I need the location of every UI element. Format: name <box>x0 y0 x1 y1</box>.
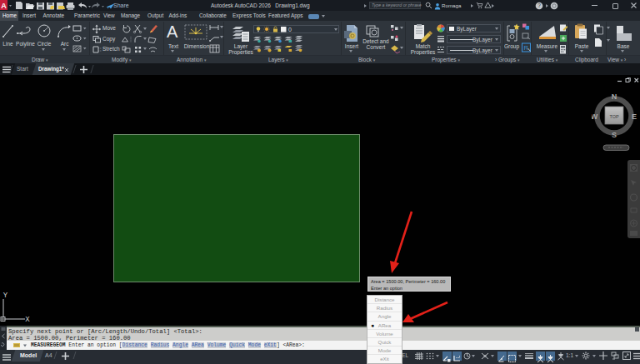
svg-text:W: W <box>592 112 598 121</box>
svg-text:E: E <box>632 112 637 121</box>
svg-text:N: N <box>612 92 618 101</box>
svg-text:X: X <box>25 316 30 324</box>
svg-text:A: A <box>1 2 7 10</box>
svg-text:?: ? <box>538 2 541 8</box>
svg-text:S: S <box>612 131 617 139</box>
svg-text:R: R <box>524 44 529 52</box>
svg-text:TOP: TOP <box>609 114 619 119</box>
svg-text:Y: Y <box>3 292 8 300</box>
